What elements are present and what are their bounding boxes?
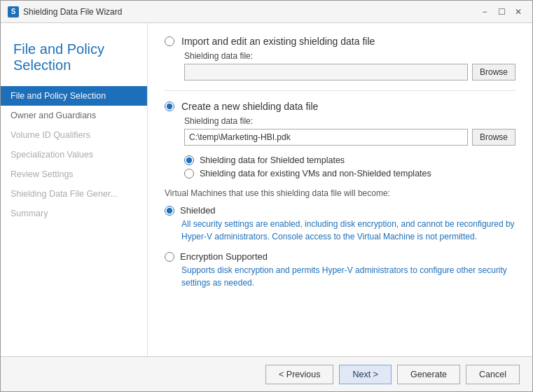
import-option-row: Import and edit an existing shielding da… (165, 36, 515, 47)
title-bar: S Shielding Data File Wizard − ☐ ✕ (1, 1, 532, 23)
window: S Shielding Data File Wizard − ☐ ✕ File … (0, 0, 533, 392)
import-input-row: Browse (184, 64, 515, 80)
page-header: File and Policy Selection (1, 34, 147, 86)
create-radio[interactable] (165, 102, 174, 111)
vm-option-encryption: Encryption Supported Supports disk encry… (165, 251, 515, 289)
existing-vm-radio[interactable] (184, 169, 194, 178)
footer: < Previous Next > Generate Cancel (1, 356, 532, 391)
sidebar-item-owner-guardians[interactable]: Owner and Guardians (1, 106, 147, 125)
vm-option-encryption-header: Encryption Supported (165, 251, 515, 262)
title-controls: − ☐ ✕ (478, 5, 525, 19)
import-label[interactable]: Import and edit an existing shielding da… (181, 36, 375, 47)
import-option-group: Import and edit an existing shielding da… (165, 36, 515, 80)
vm-encryption-desc: Supports disk encryption and permits Hyp… (181, 264, 515, 289)
generate-button[interactable]: Generate (397, 365, 460, 384)
sidebar-item-file-policy[interactable]: File and Policy Selection (1, 86, 147, 106)
close-button[interactable]: ✕ (511, 5, 525, 19)
vm-option-shielded: Shielded All security settings are enabl… (165, 205, 515, 243)
vm-encryption-title[interactable]: Encryption Supported (180, 251, 268, 262)
sidebar-item-volume-id: Volume ID Qualifiers (1, 125, 147, 145)
sub-option1-row: Shielding data for Shielded templates (184, 155, 515, 165)
vm-option-shielded-header: Shielded (165, 205, 515, 216)
sub-options: Shielding data for Shielded templates Sh… (184, 155, 515, 178)
shielded-template-label[interactable]: Shielding data for Shielded templates (200, 155, 345, 165)
sidebar-item-summary: Summary (1, 204, 147, 223)
window-icon: S (8, 6, 19, 18)
sidebar-item-review-settings: Review Settings (1, 164, 147, 184)
create-label[interactable]: Create a new shielding data file (181, 101, 318, 112)
window-title: Shielding Data File Wizard (23, 7, 122, 17)
existing-vm-label[interactable]: Shielding data for existing VMs and non-… (200, 169, 431, 178)
create-input-row: Browse (184, 129, 515, 146)
create-field-label: Shielding data file: (184, 116, 515, 126)
sidebar-item-shielding-data-gen: Shielding Data File Gener... (1, 184, 147, 204)
minimize-button[interactable]: − (478, 5, 492, 19)
create-option-row: Create a new shielding data file (165, 101, 515, 112)
import-browse-button[interactable]: Browse (472, 64, 515, 80)
vm-shielded-desc: All security settings are enabled, inclu… (181, 218, 515, 243)
create-browse-button[interactable]: Browse (472, 129, 515, 146)
maximize-button[interactable]: ☐ (494, 5, 508, 19)
import-radio[interactable] (165, 36, 174, 46)
import-file-input[interactable] (184, 64, 468, 80)
previous-button[interactable]: < Previous (265, 365, 333, 384)
vm-shielded-title[interactable]: Shielded (180, 205, 216, 216)
sidebar-item-specialization: Specialization Values (1, 145, 147, 164)
next-button[interactable]: Next > (339, 365, 391, 384)
vm-section-label: Virtual Machines that use this shielding… (165, 188, 515, 198)
shielded-template-radio[interactable] (184, 155, 194, 165)
import-field-label: Shielding data file: (184, 51, 515, 61)
sidebar: File and Policy Selection File and Polic… (1, 23, 148, 356)
create-file-input[interactable] (184, 129, 468, 146)
create-option-group: Create a new shielding data file Shieldi… (165, 101, 515, 289)
title-bar-left: S Shielding Data File Wizard (8, 6, 122, 18)
sub-option2-row: Shielding data for existing VMs and non-… (184, 169, 515, 178)
divider (165, 90, 515, 91)
vm-shielded-radio[interactable] (165, 206, 174, 216)
vm-encryption-radio[interactable] (165, 252, 174, 262)
main-content: Import and edit an existing shielding da… (148, 23, 532, 356)
cancel-button[interactable]: Cancel (466, 365, 520, 384)
content-area: File and Policy Selection File and Polic… (1, 23, 532, 356)
